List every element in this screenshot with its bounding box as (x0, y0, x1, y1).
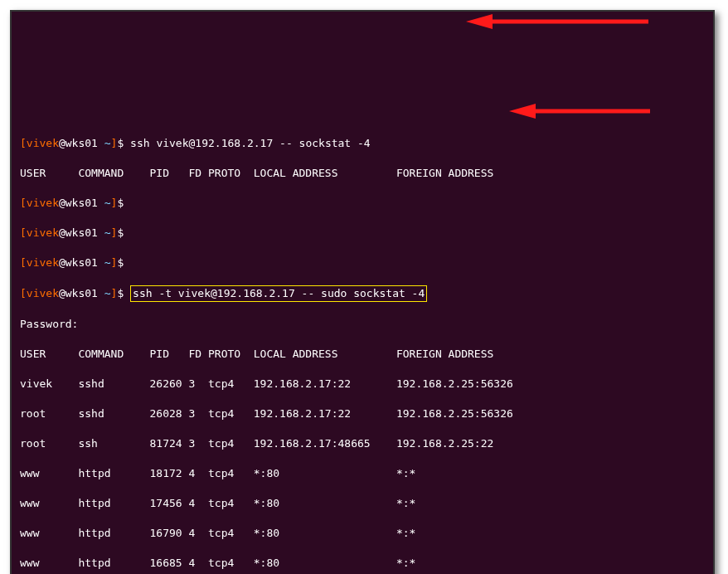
table-row: www httpd 17456 4 tcp4 *:80 *:* (20, 496, 705, 511)
prompt-user: vivek (27, 137, 59, 149)
table-row: root ssh 81724 3 tcp4 192.168.2.17:48665… (20, 436, 705, 451)
prompt-dir: ~ (104, 137, 111, 149)
password-prompt: Password: (20, 317, 705, 332)
svg-marker-3 (509, 104, 536, 119)
table-row: www httpd 16685 4 tcp4 *:80 *:* (20, 556, 705, 571)
prompt-line-4: [vivek@wks01 ~]$ (20, 255, 705, 270)
arrow-annotation-1 (466, 14, 648, 29)
table-row: root sshd 26028 3 tcp4 192.168.2.17:22 1… (20, 406, 705, 421)
terminal-window-frame: [vivek@wks01 ~]$ ssh vivek@192.168.2.17 … (10, 10, 715, 574)
output-header-2: USER COMMAND PID FD PROTO LOCAL ADDRESS … (20, 347, 705, 362)
command-1: ssh vivek@192.168.2.17 -- sockstat -4 (130, 137, 371, 149)
prompt-line-3: [vivek@wks01 ~]$ (20, 226, 705, 241)
terminal-viewport[interactable]: [vivek@wks01 ~]$ ssh vivek@192.168.2.17 … (12, 12, 713, 574)
command-2: ssh -t vivek@192.168.2.17 -- sudo sockst… (133, 287, 425, 299)
prompt-line-5: [vivek@wks01 ~]$ ssh -t vivek@192.168.2.… (20, 285, 705, 302)
table-row: www httpd 18172 4 tcp4 *:80 *:* (20, 466, 705, 481)
arrow-annotation-2 (509, 104, 650, 119)
table-row: www httpd 16790 4 tcp4 *:80 *:* (20, 526, 705, 541)
svg-marker-1 (466, 14, 493, 29)
prompt-line-2: [vivek@wks01 ~]$ (20, 196, 705, 211)
prompt-line-1: [vivek@wks01 ~]$ ssh vivek@192.168.2.17 … (20, 136, 705, 151)
output-header-1: USER COMMAND PID FD PROTO LOCAL ADDRESS … (20, 166, 705, 181)
table-row: vivek sshd 26260 3 tcp4 192.168.2.17:22 … (20, 377, 705, 392)
prompt-host: wks01 (66, 137, 98, 149)
highlighted-command-box: ssh -t vivek@192.168.2.17 -- sudo sockst… (130, 285, 427, 302)
